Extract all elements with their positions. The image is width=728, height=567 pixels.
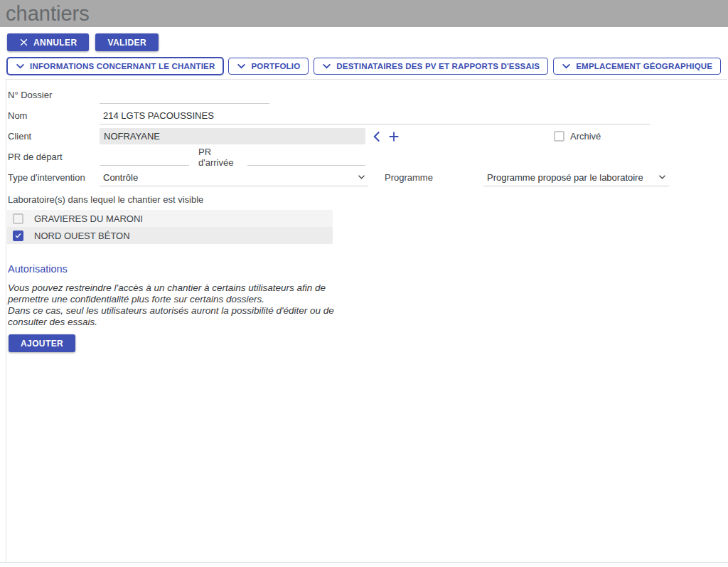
chevron-down-icon xyxy=(322,63,331,70)
chantier-form-panel: N° Dossier Nom Client NOFRAYANE Archivé xyxy=(6,79,727,562)
section-tabs: INFORMATIONS CONCERNANT LE CHANTIER PORT… xyxy=(7,58,728,75)
tab-informations-chantier[interactable]: INFORMATIONS CONCERNANT LE CHANTIER xyxy=(7,58,223,75)
tab-emplacement-geographique[interactable]: EMPLACEMENT GÉOGRAPHIQUE xyxy=(553,58,721,75)
tab-label: PORTFOLIO xyxy=(251,62,300,70)
tab-label: DESTINATAIRES DES PV ET RAPPORTS D'ESSAI… xyxy=(336,62,540,70)
chantiers-edit-page: chantiers ANNULER VALIDER INFORMATIONS C… xyxy=(0,0,728,567)
dossier-label: N° Dossier xyxy=(7,90,100,100)
chevron-down-icon xyxy=(358,174,365,180)
archive-field: Archivé xyxy=(554,131,601,142)
laboratories-label: Laboratoire(s) dans lequel le chantier e… xyxy=(8,194,727,205)
chevron-down-icon xyxy=(16,63,25,70)
validate-button[interactable]: VALIDER xyxy=(95,33,159,51)
dossier-input[interactable] xyxy=(100,87,269,104)
page-header: chantiers xyxy=(0,0,728,27)
nom-label: Nom xyxy=(7,110,100,121)
pr-depart-label: PR de départ xyxy=(7,152,100,162)
cancel-button[interactable]: ANNULER xyxy=(7,33,89,51)
chevron-down-icon xyxy=(237,63,246,70)
programme-select[interactable]: Programme proposé par le laboratoire xyxy=(483,169,669,186)
laboratory-checkbox[interactable] xyxy=(13,230,23,241)
tab-portfolio[interactable]: PORTFOLIO xyxy=(228,58,309,75)
laboratory-name: GRAVIERES DU MARONI xyxy=(34,213,143,224)
pr-arrivee-label: PR d'arrivée xyxy=(198,147,247,168)
toolbar: ANNULER VALIDER xyxy=(7,33,728,51)
client-field: NOFRAYANE xyxy=(100,128,365,144)
client-label: Client xyxy=(7,131,100,142)
list-item: NORD OUEST BÉTON xyxy=(7,227,333,244)
client-row: Client NOFRAYANE Archivé xyxy=(7,126,727,147)
intervention-label: Type d'intervention xyxy=(7,172,100,183)
close-icon xyxy=(19,38,28,47)
tab-destinataires-pv[interactable]: DESTINATAIRES DES PV ET RAPPORTS D'ESSAI… xyxy=(314,58,548,75)
chevron-left-icon[interactable] xyxy=(373,131,381,142)
programme-label: Programme xyxy=(384,172,483,183)
plus-icon[interactable] xyxy=(388,131,400,142)
nom-input[interactable] xyxy=(100,107,650,124)
laboratory-name: NORD OUEST BÉTON xyxy=(34,230,130,241)
laboratory-checkbox[interactable] xyxy=(13,213,23,224)
laboratories-list: GRAVIERES DU MARONI NORD OUEST BÉTON xyxy=(7,210,333,244)
add-authorization-button[interactable]: AJOUTER xyxy=(9,334,75,352)
dossier-row: N° Dossier xyxy=(7,85,727,105)
tab-label: EMPLACEMENT GÉOGRAPHIQUE xyxy=(576,62,712,70)
page-bottom-divider xyxy=(0,562,728,563)
pr-arrivee-input[interactable] xyxy=(247,149,365,166)
authorizations-description-part2: Dans ce cas, seul les utilisateurs autor… xyxy=(8,305,343,328)
authorizations-description-part1: Vous pouvez restreindre l'accès à un cha… xyxy=(8,282,343,305)
intervention-select[interactable]: Contrôle xyxy=(100,169,368,186)
list-item: GRAVIERES DU MARONI xyxy=(7,210,333,227)
client-value: NOFRAYANE xyxy=(104,131,160,142)
cancel-button-label: ANNULER xyxy=(33,38,77,48)
page-title: chantiers xyxy=(6,2,90,26)
archive-label: Archivé xyxy=(570,131,601,142)
tab-label: INFORMATIONS CONCERNANT LE CHANTIER xyxy=(30,62,215,70)
archive-checkbox[interactable] xyxy=(554,131,564,142)
intervention-row: Type d'intervention Contrôle Programme P… xyxy=(7,167,727,188)
nom-row: Nom xyxy=(7,105,727,126)
chevron-down-icon xyxy=(658,174,666,180)
authorizations-title: Autorisations xyxy=(8,263,727,275)
validate-button-label: VALIDER xyxy=(107,38,146,48)
pr-depart-input[interactable] xyxy=(100,149,189,166)
add-authorization-button-label: AJOUTER xyxy=(21,339,63,349)
authorizations-description: Vous pouvez restreindre l'accès à un cha… xyxy=(8,282,343,328)
chevron-down-icon xyxy=(562,63,571,70)
intervention-value: Contrôle xyxy=(103,172,358,183)
pr-row: PR de départ PR d'arrivée xyxy=(7,147,727,167)
programme-value: Programme proposé par le laboratoire xyxy=(487,172,658,183)
